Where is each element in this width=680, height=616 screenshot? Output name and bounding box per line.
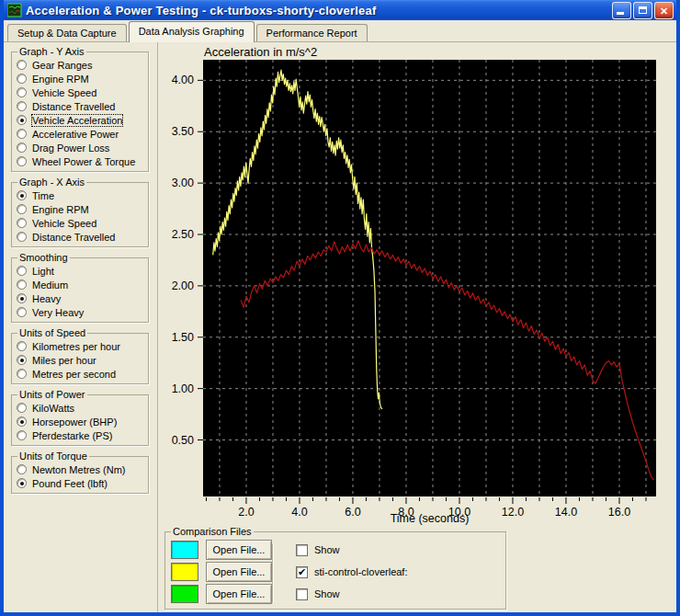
radio-time[interactable]: Time [17, 188, 144, 202]
group-title: Graph - X Axis [17, 177, 86, 188]
radio-drag-power-loss[interactable]: Drag Power Loss [17, 141, 144, 154]
group-title: Units of Power [17, 389, 87, 400]
window-controls [612, 2, 674, 19]
radio-icon [17, 403, 27, 413]
radio-very-heavy[interactable]: Very Heavy [17, 305, 144, 319]
group-title: Smoothing [17, 252, 70, 263]
radio-vehicle-speed[interactable]: Vehicle Speed [17, 216, 144, 230]
radio-option-label: Engine RPM [32, 74, 89, 85]
radio-icon [17, 156, 27, 166]
radio-kilometres-per-hour[interactable]: Kilometres per hour [17, 339, 144, 353]
y-tick-label: 3.50 [172, 125, 194, 138]
radio-option-label: Very Heavy [32, 307, 84, 318]
radio-icon [17, 101, 27, 111]
radio-medium[interactable]: Medium [17, 278, 144, 291]
radio-option-label: Medium [32, 279, 68, 291]
radio-option-label: Horsepower (BHP) [32, 416, 117, 428]
y-tick-label: 2.50 [172, 228, 194, 241]
open-file-button-1[interactable]: Open File... [206, 540, 272, 560]
tab-setup-data-capture[interactable]: Setup & Data Capture [7, 24, 127, 41]
radio-miles-per-hour[interactable]: Miles per hour [17, 353, 144, 367]
tab-data-analysis-graphing[interactable]: Data Analysis Graphing [129, 21, 255, 42]
main-area: Graph - Y AxisGear RangesEngine RPMVehic… [4, 42, 676, 612]
radio-option-label: Distance Travelled [32, 232, 116, 243]
radio-option-label: Gear Ranges [32, 60, 92, 71]
radio-distance-travelled[interactable]: Distance Travelled [17, 230, 144, 244]
radio-icon [17, 87, 27, 97]
radio-heavy[interactable]: Heavy [17, 291, 144, 305]
close-button[interactable] [654, 2, 674, 19]
group-title: Graph - Y Axis [17, 46, 86, 57]
checkbox-label-1: Show [314, 544, 340, 555]
tab-performance-report[interactable]: Performance Report [256, 24, 368, 41]
radio-distance-travelled[interactable]: Distance Travelled [17, 99, 144, 113]
app-icon [7, 3, 22, 17]
plot-group: 0.501.001.502.002.503.003.504.002.04.06.… [172, 60, 656, 519]
radio-icon [17, 232, 27, 242]
radio-engine-rpm[interactable]: Engine RPM [17, 202, 144, 216]
y-tick-label: 0.50 [172, 434, 194, 447]
radio-icon [17, 129, 27, 139]
titlebar[interactable]: Acceleration & Power Testing - ck-turbox… [4, 0, 676, 20]
minimize-button[interactable] [612, 2, 631, 19]
radio-light[interactable]: Light [17, 264, 144, 278]
radio-horsepower-bhp[interactable]: Horsepower (BHP) [17, 415, 144, 428]
color-swatch-green [171, 585, 198, 603]
radio-icon [17, 279, 27, 290]
radio-option-label: Pferdestarke (PS) [32, 430, 112, 441]
radio-option-label: Metres per second [32, 369, 116, 380]
radio-vehicle-acceleration[interactable]: Vehicle Acceleration [17, 113, 144, 127]
radio-engine-rpm[interactable]: Engine RPM [17, 72, 144, 86]
radio-option-label: Drag Power Loss [32, 143, 109, 154]
panel-divider [157, 42, 158, 612]
show-checkbox-2[interactable] [296, 566, 308, 578]
minimize-icon [617, 12, 624, 15]
radio-option-label: Newton Metres (Nm) [32, 464, 125, 475]
y-tick-label: 1.50 [172, 331, 194, 344]
radio-accelerative-power[interactable]: Accelerative Power [17, 127, 144, 141]
radio-newton-metres-nm[interactable]: Newton Metres (Nm) [17, 462, 144, 476]
radio-option-label: Miles per hour [32, 355, 96, 366]
radio-option-label: Vehicle Speed [32, 218, 96, 229]
maximize-icon [639, 6, 647, 14]
radio-kilowatts[interactable]: KiloWatts [17, 401, 144, 415]
comparison-files-group: Comparison Files Open File... Show Open … [164, 526, 506, 610]
radio-option-label: Heavy [32, 293, 61, 304]
show-checkbox-3[interactable] [296, 588, 308, 600]
y-tick-label: 1.00 [172, 382, 194, 395]
color-swatch-yellow [171, 563, 198, 581]
chart-plot: 0.501.001.502.002.503.003.504.002.04.06.… [160, 42, 676, 530]
comparison-divider [272, 544, 273, 603]
radio-icon [17, 74, 27, 84]
radio-icon [17, 430, 27, 440]
comparison-files-title: Comparison Files [171, 526, 254, 537]
radio-wheel-power-torque[interactable]: Wheel Power & Torque [17, 154, 144, 168]
group-graph-y-axis: Graph - Y AxisGear RangesEngine RPMVehic… [11, 46, 149, 172]
sidebar: Graph - Y AxisGear RangesEngine RPMVehic… [11, 46, 149, 498]
radio-option-label: Distance Travelled [32, 101, 116, 112]
x-axis-label: Time (seconds) [203, 512, 656, 525]
radio-vehicle-speed[interactable]: Vehicle Speed [17, 86, 144, 99]
open-file-button-2[interactable]: Open File... [206, 562, 272, 582]
group-graph-x-axis: Graph - X AxisTimeEngine RPMVehicle Spee… [11, 177, 149, 247]
radio-pound-feet-lbft[interactable]: Pound Feet (lbft) [17, 476, 144, 490]
group-title: Units of Speed [17, 327, 87, 338]
radio-pferdestarke-ps[interactable]: Pferdestarke (PS) [17, 428, 144, 442]
radio-icon [17, 464, 27, 474]
radio-icon [17, 204, 27, 214]
comparison-row-1: Open File... Show [171, 539, 500, 561]
radio-option-label: Accelerative Power [32, 129, 119, 140]
radio-icon [17, 416, 27, 427]
group-title: Units of Torque [17, 451, 89, 462]
group-units-of-torque: Units of TorqueNewton Metres (Nm)Pound F… [11, 451, 149, 494]
radio-icon [17, 478, 27, 488]
y-tick-label: 2.00 [172, 279, 194, 292]
close-icon [660, 2, 668, 18]
open-file-button-3[interactable]: Open File... [206, 584, 272, 604]
maximize-button[interactable] [633, 2, 652, 19]
radio-option-label: Vehicle Acceleration [32, 115, 122, 126]
show-checkbox-1[interactable] [296, 544, 308, 556]
radio-metres-per-second[interactable]: Metres per second [17, 367, 144, 381]
radio-gear-ranges[interactable]: Gear Ranges [17, 58, 144, 72]
radio-icon [17, 293, 27, 303]
